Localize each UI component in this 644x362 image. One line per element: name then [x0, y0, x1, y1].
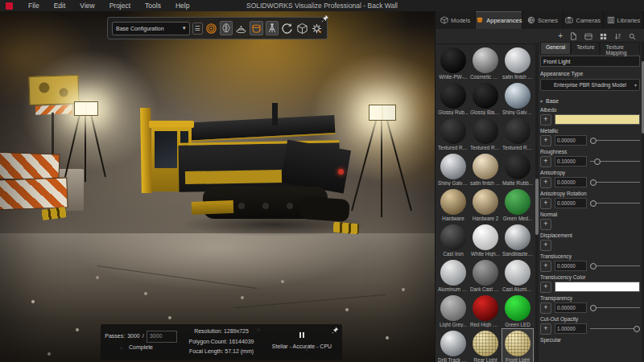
tab-texture[interactable]: Texture: [571, 42, 600, 54]
tab-texture-mapping[interactable]: Texture Mapping: [600, 42, 640, 54]
value-input[interactable]: 1.00000: [555, 323, 587, 334]
appearance-item[interactable]: satin finish s...: [469, 151, 502, 187]
appearance-item[interactable]: Hardware: [437, 187, 469, 222]
appearance-item[interactable]: White High...: [469, 222, 502, 257]
sort-icon[interactable]: [614, 33, 621, 40]
menu-file[interactable]: File: [21, 2, 47, 10]
appearance-item[interactable]: Cast Iron: [437, 222, 469, 257]
tab-appearances[interactable]: Appearances: [476, 11, 522, 29]
passes-column: Passes: 3000 / 3000 Complete: [101, 331, 181, 352]
turntable-icon[interactable]: [281, 21, 293, 35]
configuration-dropdown[interactable]: Base Configuration ▾: [112, 22, 190, 35]
value-input[interactable]: 0.00000: [555, 198, 587, 208]
value-input[interactable]: 0.00000: [555, 302, 587, 313]
appearance-item[interactable]: Matte Rubb...: [502, 151, 534, 187]
render-target-icon[interactable]: [205, 21, 217, 35]
appearance-item[interactable]: Glossy Black...: [469, 80, 502, 116]
tripod-icon[interactable]: [266, 21, 279, 35]
add-texture-button[interactable]: +: [540, 114, 551, 125]
param-slider[interactable]: [590, 178, 640, 187]
add-texture-button[interactable]: +: [540, 219, 551, 230]
appearance-item[interactable]: Red High Gl...: [469, 293, 502, 328]
param-label: Anisotropy: [540, 170, 640, 175]
tab-cameras[interactable]: Cameras: [564, 11, 604, 29]
appearance-stack-icon[interactable]: [235, 21, 247, 35]
add-texture-button[interactable]: +: [540, 240, 551, 251]
appearance-item[interactable]: Rear Light: [469, 328, 502, 362]
menu-project[interactable]: Project: [102, 2, 138, 10]
appearance-item[interactable]: Shiny Galva...: [437, 151, 469, 187]
appearance-item[interactable]: Drill Track C...: [437, 328, 469, 362]
appearance-sphere: [505, 295, 530, 321]
appearance-item[interactable]: Green Med...: [502, 187, 534, 222]
menu-help[interactable]: Help: [168, 2, 196, 10]
param-slider[interactable]: [590, 157, 640, 166]
menu-view[interactable]: View: [72, 2, 101, 10]
appearance-item[interactable]: Aluminum P...: [437, 257, 469, 293]
appearance-item[interactable]: Green LED: [502, 293, 534, 328]
color-swatch[interactable]: [555, 114, 640, 125]
appearance-item[interactable]: Textured Ru...: [502, 116, 534, 151]
add-texture-button[interactable]: +: [540, 177, 551, 188]
param-label: Translucency Color: [540, 274, 640, 280]
appearance-item[interactable]: White-PW-...: [437, 45, 469, 80]
appearance-item[interactable]: Shiny Galva...: [502, 80, 534, 116]
configuration-menu-icon[interactable]: ☰: [192, 23, 203, 35]
value-input[interactable]: 0.00000: [555, 135, 587, 146]
color-swatch[interactable]: [555, 282, 640, 292]
add-texture-button[interactable]: +: [540, 323, 551, 335]
param-slider[interactable]: [590, 199, 640, 208]
value-input[interactable]: 0.00000: [555, 261, 587, 271]
render-settings-icon[interactable]: [311, 21, 323, 35]
tab-scenes[interactable]: Scenes: [522, 11, 563, 29]
base-section-header[interactable]: ▾ Base: [540, 98, 640, 104]
denoiser-brain-icon[interactable]: [220, 21, 233, 35]
add-texture-button[interactable]: +: [540, 156, 551, 167]
appearance-item[interactable]: Dark Cast Al...: [469, 257, 502, 293]
model-cube-icon[interactable]: [295, 21, 308, 35]
appearance-scrollbar[interactable]: [535, 45, 539, 362]
pin-icon[interactable]: [321, 14, 329, 23]
value-input[interactable]: 0.00000: [555, 177, 587, 187]
add-texture-button[interactable]: +: [540, 302, 551, 314]
add-texture-button[interactable]: +: [540, 261, 551, 272]
add-texture-button[interactable]: +: [540, 135, 551, 146]
value-input[interactable]: 0.10000: [555, 156, 587, 167]
tab-libraries[interactable]: Libraries: [604, 11, 644, 29]
tab-models[interactable]: Models: [436, 11, 476, 29]
add-texture-button[interactable]: +: [540, 282, 551, 293]
appearance-item[interactable]: Textured Ru...: [437, 116, 469, 151]
appearance-item[interactable]: Sandblasted...: [502, 222, 534, 257]
pin-icon[interactable]: [332, 327, 339, 334]
import-icon[interactable]: [570, 32, 577, 40]
add-texture-button[interactable]: +: [540, 198, 551, 209]
param-label: Normal: [540, 212, 640, 217]
param-slider[interactable]: [590, 324, 640, 333]
search-icon[interactable]: [629, 33, 636, 40]
pause-icon[interactable]: [299, 332, 304, 338]
passes-total-input[interactable]: 3000: [147, 331, 177, 343]
param-slider[interactable]: [590, 303, 640, 312]
param-slider[interactable]: [590, 261, 640, 270]
appearance-item[interactable]: Glossy Rub...: [437, 80, 469, 116]
tab-general[interactable]: General: [540, 42, 571, 54]
appearance-item[interactable]: Hardware 2: [469, 187, 502, 222]
menu-edit[interactable]: Edit: [47, 2, 73, 10]
viewport-3d[interactable]: [0, 11, 435, 362]
list-view-icon[interactable]: [584, 33, 592, 40]
appearance-item[interactable]: Light Grey...: [437, 293, 469, 328]
appearance-item[interactable]: Cosmetic Th...: [469, 45, 502, 80]
appearance-item[interactable]: satin finish s...: [502, 45, 534, 80]
paint-bucket-icon[interactable]: [250, 21, 263, 35]
appearance-item[interactable]: Cast Alumin...: [502, 257, 534, 293]
add-icon[interactable]: +: [558, 32, 563, 40]
appearance-item[interactable]: Front Light: [502, 328, 534, 362]
appearance-type-dropdown[interactable]: Enterprise PBR Shading Model ▾: [540, 79, 640, 91]
param-slider[interactable]: [590, 136, 640, 145]
grid-view-icon[interactable]: [600, 33, 607, 40]
solidworks-logo-icon[interactable]: [6, 2, 13, 10]
appearance-label: Shiny Galva...: [438, 180, 469, 186]
appearance-name-input[interactable]: Front Light: [540, 56, 640, 67]
appearance-item[interactable]: Textured Ru...: [469, 116, 502, 151]
menu-tools[interactable]: Tools: [138, 2, 168, 10]
